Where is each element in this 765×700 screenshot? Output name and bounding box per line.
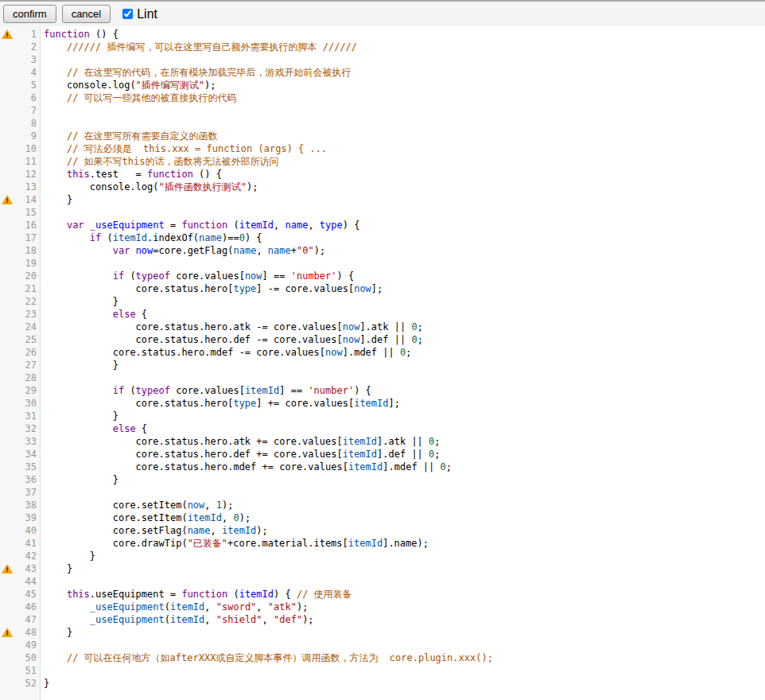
code-line[interactable]: 50 // 可以在任何地方（如afterXXX或自定义脚本事件）调用函数，方法为… <box>0 651 765 664</box>
lint-gutter-cell <box>0 435 14 448</box>
code-line[interactable]: 21 core.status.hero[type] -= core.values… <box>0 282 765 295</box>
code-line[interactable]: 7 <box>0 104 765 117</box>
line-number: 36 <box>14 473 41 486</box>
lint-gutter-cell <box>0 397 14 410</box>
code-line[interactable]: 10 // 写法必须是 this.xxx = function (args) {… <box>0 142 765 155</box>
lint-gutter-cell <box>0 499 14 511</box>
code-line[interactable]: 19 <box>0 257 765 270</box>
code-line[interactable]: 47 _useEquipment(itemId, "shield", "def"… <box>0 613 765 626</box>
code-editor[interactable]: !1function () {2 ////// 插件编写，可以在这里写自己额外需… <box>0 26 765 700</box>
code-line[interactable]: 3 <box>0 53 765 66</box>
code-line[interactable]: 9 // 在这里写所有需要自定义的函数 <box>0 130 765 142</box>
code-line[interactable]: 17 if (itemId.indexOf(name)==0) { <box>0 231 765 244</box>
toolbar: confirm cancel Lint <box>0 0 765 26</box>
code-line[interactable]: 28 <box>0 371 765 384</box>
code-line[interactable]: 2 ////// 插件编写，可以在这里写自己额外需要执行的脚本 ////// <box>0 41 765 53</box>
code-line-text: core.status.hero.mdef += core.values[ite… <box>41 461 452 473</box>
lint-gutter-cell <box>0 231 14 244</box>
code-line[interactable]: 45 this.useEquipment = function (itemId)… <box>0 588 765 601</box>
code-line[interactable]: 37 <box>0 486 765 499</box>
code-line[interactable]: 41 core.drawTip("已装备"+core.material.item… <box>0 537 765 550</box>
lint-gutter-cell <box>0 588 14 601</box>
code-line-text: else { <box>41 422 147 435</box>
code-line[interactable]: 30 core.status.hero[type] += core.values… <box>0 397 765 410</box>
code-line-text: core.status.hero.atk -= core.values[now]… <box>41 321 423 333</box>
lint-toggle: Lint <box>122 7 157 21</box>
code-line[interactable]: 32 else { <box>0 422 765 435</box>
code-line[interactable]: 22 } <box>0 295 765 308</box>
code-line[interactable]: 44 <box>0 575 765 588</box>
line-number: 46 <box>14 601 41 613</box>
code-line-text: function () { <box>41 28 118 41</box>
code-line-text: core.status.hero.def -= core.values[now]… <box>41 333 423 346</box>
code-line[interactable]: 13 console.log("插件函数执行测试"); <box>0 181 765 193</box>
lint-gutter-cell <box>0 550 14 562</box>
line-number: 6 <box>14 91 41 104</box>
code-line[interactable]: 38 core.setItem(now, 1); <box>0 499 765 511</box>
code-line-text: } <box>41 295 118 308</box>
code-line[interactable]: 51 <box>0 664 765 677</box>
code-line[interactable]: 46 _useEquipment(itemId, "sword", "atk")… <box>0 601 765 613</box>
code-line[interactable]: 15 <box>0 206 765 219</box>
code-line[interactable]: 24 core.status.hero.atk -= core.values[n… <box>0 321 765 333</box>
code-line-text: this.test = function () { <box>41 168 222 181</box>
line-number: 33 <box>14 435 41 448</box>
code-line-text <box>41 371 44 384</box>
lint-gutter-cell <box>0 651 14 664</box>
lint-gutter-cell <box>0 91 14 104</box>
lint-gutter-cell <box>0 448 14 461</box>
code-line[interactable]: !14 } <box>0 193 765 206</box>
code-line-text: ////// 插件编写，可以在这里写自己额外需要执行的脚本 ////// <box>41 41 357 53</box>
code-line-text: } <box>41 562 72 575</box>
code-line[interactable]: 18 var now=core.getFlag(name, name+"0"); <box>0 244 765 257</box>
line-number: 19 <box>14 257 41 270</box>
code-line-text <box>41 53 44 66</box>
code-line-text: // 写法必须是 this.xxx = function (args) { ..… <box>41 142 327 155</box>
confirm-button[interactable]: confirm <box>3 5 56 23</box>
lint-gutter-cell <box>0 601 14 613</box>
code-line[interactable]: 52} <box>0 677 765 690</box>
code-line[interactable]: 40 core.setFlag(name, itemId); <box>0 524 765 537</box>
line-number: 34 <box>14 448 41 461</box>
code-line[interactable]: !1function () { <box>0 28 765 41</box>
code-line[interactable]: 39 core.setItem(itemId, 0); <box>0 511 765 524</box>
code-line[interactable]: !48 } <box>0 626 765 639</box>
lint-gutter-cell <box>0 130 14 142</box>
code-line[interactable]: 5 console.log("插件编写测试"); <box>0 79 765 91</box>
code-line[interactable]: 11 // 如果不写this的话，函数将无法被外部所访问 <box>0 155 765 168</box>
lint-checkbox[interactable] <box>122 9 133 19</box>
code-line[interactable]: !43 } <box>0 562 765 575</box>
code-line-text: core.status.hero.def += core.values[item… <box>41 448 441 461</box>
code-line[interactable]: 36 } <box>0 473 765 486</box>
code-line[interactable]: 27 } <box>0 359 765 371</box>
line-number: 47 <box>14 613 41 626</box>
code-line[interactable]: 25 core.status.hero.def -= core.values[n… <box>0 333 765 346</box>
lint-gutter-cell <box>0 511 14 524</box>
code-line[interactable]: 35 core.status.hero.mdef += core.values[… <box>0 461 765 473</box>
cancel-button[interactable]: cancel <box>62 5 111 23</box>
code-line-text: var _useEquipment = function (itemId, na… <box>41 219 359 231</box>
code-line[interactable]: 31 } <box>0 410 765 422</box>
code-line[interactable]: 42 } <box>0 550 765 562</box>
code-line[interactable]: 8 <box>0 117 765 130</box>
code-line[interactable]: 23 else { <box>0 308 765 321</box>
code-line-text <box>41 486 44 499</box>
lint-gutter-cell <box>0 270 14 282</box>
line-number: 22 <box>14 295 41 308</box>
code-line[interactable]: 4 // 在这里写的代码，在所有模块加载完毕后，游戏开始前会被执行 <box>0 66 765 79</box>
lint-gutter-cell <box>0 308 14 321</box>
lint-gutter-cell <box>0 155 14 168</box>
code-line-text: this.useEquipment = function (itemId) { … <box>41 588 352 601</box>
code-line[interactable]: 33 core.status.hero.atk += core.values[i… <box>0 435 765 448</box>
code-line[interactable]: 26 core.status.hero.mdef -= core.values[… <box>0 346 765 359</box>
code-line[interactable]: 29 if (typeof core.values[itemId] == 'nu… <box>0 384 765 397</box>
code-line[interactable]: 6 // 可以写一些其他的被直接执行的代码 <box>0 91 765 104</box>
code-line[interactable]: 34 core.status.hero.def += core.values[i… <box>0 448 765 461</box>
line-number: 43 <box>14 562 41 575</box>
code-line[interactable]: 20 if (typeof core.values[now] == 'numbe… <box>0 270 765 282</box>
code-line[interactable]: 12 this.test = function () { <box>0 168 765 181</box>
code-line[interactable]: 16 var _useEquipment = function (itemId,… <box>0 219 765 231</box>
line-number: 37 <box>14 486 41 499</box>
code-line[interactable]: 49 <box>0 639 765 651</box>
line-number: 21 <box>14 282 41 295</box>
